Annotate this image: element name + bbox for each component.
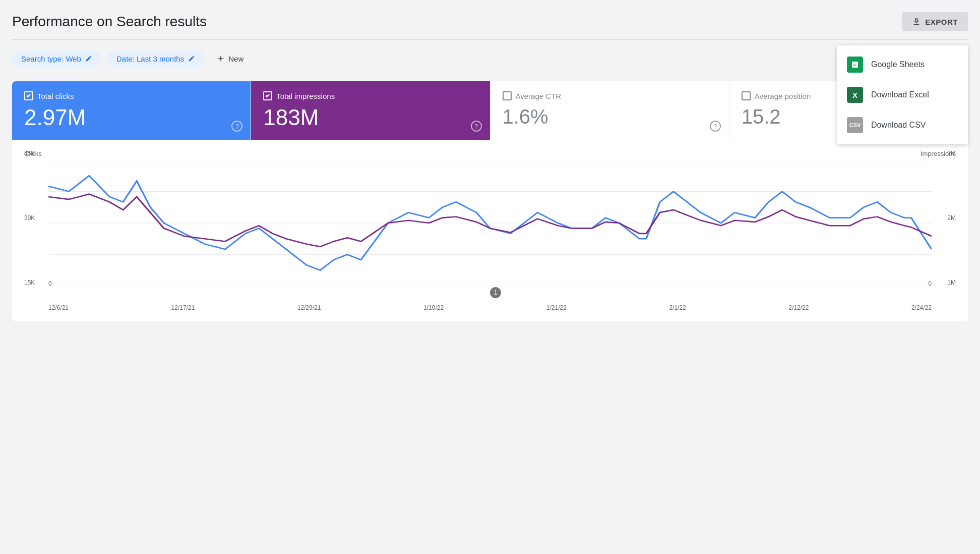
clicks-help-icon[interactable]: ? [231,121,242,132]
download-excel-label: Download Excel [871,90,929,99]
chart-svg [48,160,932,286]
x-axis-labels: 12/6/21 12/17/21 12/29/21 1/10/22 1/21/2… [48,304,932,311]
check-icon [26,93,32,99]
position-label: Average position [755,92,811,100]
clicks-label: Total clicks [37,92,74,100]
ctr-help-icon[interactable]: ? [710,121,721,132]
left-axis-labels: 45K 30K 15K [24,150,35,311]
edit-date-icon [188,55,195,62]
chart-svg-container [48,160,932,286]
annotation-dot[interactable]: 1 [490,287,501,298]
impressions-help-icon[interactable]: ? [471,121,482,132]
x-label-0: 12/6/21 [48,304,69,311]
left-label-15k: 15K [24,279,35,286]
metrics-row: Total clicks 2.97M ? Total impressions 1… [12,81,968,140]
impressions-label: Total impressions [276,92,335,100]
google-sheets-item[interactable]: Google Sheets [837,49,968,80]
download-icon [912,17,921,26]
check-impressions-icon [265,93,271,99]
google-sheets-icon [847,57,863,73]
search-type-filter[interactable]: Search type: Web [12,50,101,67]
metric-total-clicks[interactable]: Total clicks 2.97M ? [12,81,251,140]
zero-line-row: 0 0 [48,280,932,287]
x-label-3: 1/10/22 [423,304,444,311]
excel-icon: X [847,87,863,103]
download-excel-item[interactable]: X Download Excel [837,80,968,110]
x-label-1: 12/17/21 [171,304,195,311]
position-checkbox[interactable] [742,91,751,100]
download-csv-label: Download CSV [871,121,926,130]
right-label-3m: 3M [947,150,956,157]
google-sheets-label: Google Sheets [871,60,925,69]
header-divider [12,39,968,40]
clicks-value: 2.97M [24,105,238,130]
x-label-4: 1/21/22 [546,304,567,311]
metric-average-ctr[interactable]: Average CTR 1.6% ? [491,81,729,140]
csv-icon: CSV [847,117,863,133]
right-axis-labels: 3M 2M 1M [947,150,956,311]
ctr-label: Average CTR [516,92,562,100]
ctr-checkbox[interactable] [503,91,512,100]
chart-section: Clicks Impressions 45K 30K 15K 3M 2M 1M [12,140,968,321]
chart-area: Clicks Impressions 45K 30K 15K 3M 2M 1M [24,150,956,311]
metric-total-impressions[interactable]: Total impressions 183M ? [251,81,490,140]
export-dropdown: Google Sheets X Download Excel CSV Downl… [837,45,968,144]
right-zero: 0 [928,280,932,287]
right-label-1m: 1M [947,279,956,286]
impressions-value: 183M [263,105,477,130]
x-label-7: 2/24/22 [911,304,932,311]
ctr-value: 1.6% [503,105,717,128]
filters-row: Search type: Web Date: Last 3 months New [12,50,968,67]
left-label-30k: 30K [24,214,35,221]
left-zero: 0 [48,280,52,287]
impressions-checkbox[interactable] [263,91,272,100]
download-csv-item[interactable]: CSV Download CSV [837,110,968,140]
x-label-6: 2/12/22 [788,304,809,311]
plus-icon [216,54,225,63]
x-label-5: 2/1/22 [669,304,686,311]
clicks-checkbox[interactable] [24,91,33,100]
right-label-2m: 2M [947,214,956,221]
page-title: Performance on Search results [12,14,207,30]
left-label-45k: 45K [24,150,35,157]
new-filter-button[interactable]: New [210,50,250,67]
date-filter[interactable]: Date: Last 3 months [107,50,204,67]
export-button[interactable]: EXPORT [902,12,968,31]
x-label-2: 12/29/21 [297,304,321,311]
edit-icon [85,55,92,62]
